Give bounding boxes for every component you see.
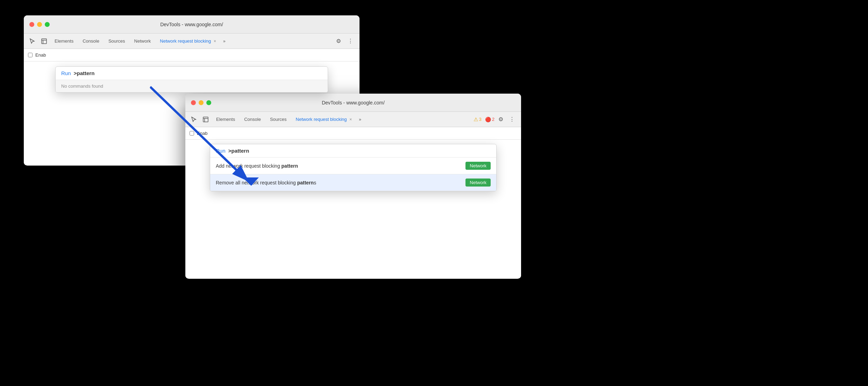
- cmd-result-suffix-2: s: [314, 180, 316, 185]
- tab-sources-2[interactable]: Sources: [266, 115, 291, 124]
- enable-row-2: Enab: [185, 127, 521, 140]
- cursor-icon-2[interactable]: [188, 114, 199, 125]
- enable-label-1: Enab: [35, 52, 46, 58]
- cmd-result-bold-2: pattern: [297, 180, 314, 185]
- tab-network-request-blocking-1[interactable]: Network request blocking ×: [156, 36, 220, 46]
- run-label-1: Run: [61, 70, 71, 76]
- cmd-input-row-2[interactable]: Run >pattern: [210, 144, 496, 158]
- tab-settings-2: ⚠ 3 🔴 2 ⚙ ⋮: [472, 115, 518, 124]
- cmd-result-text-1: Add network request blocking pattern: [216, 163, 465, 169]
- window-title-2: DevTools - www.google.com/: [322, 100, 385, 105]
- titlebar-1: DevTools - www.google.com/: [24, 15, 360, 34]
- tab-network-1[interactable]: Network: [130, 36, 155, 46]
- tab-console-1[interactable]: Console: [78, 36, 104, 46]
- tab-bar-2: Elements Console Sources Network request…: [185, 112, 521, 127]
- cmd-palette-2: Run >pattern Add network request blockin…: [210, 144, 497, 191]
- tab-close-1[interactable]: ×: [214, 39, 216, 44]
- warn-icon: ⚠: [474, 116, 478, 123]
- cursor-icon-1[interactable]: [27, 36, 38, 47]
- network-badge-1: Network: [465, 162, 491, 170]
- tab-network-request-blocking-2[interactable]: Network request blocking ×: [292, 115, 356, 124]
- enable-checkbox-1[interactable]: [28, 53, 33, 57]
- tab-sources-1[interactable]: Sources: [104, 36, 129, 46]
- cmd-result-bold-1: pattern: [282, 163, 298, 169]
- enable-label-2: Enab: [197, 131, 207, 136]
- cmd-input-row-1[interactable]: Run >pattern: [56, 67, 328, 80]
- close-button-1[interactable]: [29, 22, 34, 27]
- warn-badge: ⚠ 3: [474, 116, 482, 123]
- cmd-result-normal-1: Add network request blocking: [216, 163, 282, 169]
- err-count: 2: [492, 117, 495, 122]
- minimize-button-2[interactable]: [199, 100, 204, 105]
- svg-rect-0: [42, 39, 47, 44]
- minimize-button-1[interactable]: [37, 22, 42, 27]
- traffic-lights-1: [29, 22, 50, 27]
- enable-row-1: Enab: [24, 49, 360, 61]
- cmd-result-text-2: Remove all network request blocking patt…: [216, 180, 465, 185]
- close-button-2[interactable]: [191, 100, 196, 105]
- more-icon-1[interactable]: ⋮: [346, 36, 355, 46]
- tab-elements-2[interactable]: Elements: [212, 115, 239, 124]
- tab-close-2[interactable]: ×: [349, 117, 352, 122]
- run-label-2: Run: [216, 148, 226, 154]
- tab-console-2[interactable]: Console: [240, 115, 265, 124]
- gear-icon-2[interactable]: ⚙: [496, 115, 506, 124]
- more-icon-2[interactable]: ⋮: [507, 115, 517, 124]
- inspect-icon-1[interactable]: [38, 36, 50, 47]
- tab-bar-1: Elements Console Sources Network Network…: [24, 34, 360, 49]
- cmd-result-2[interactable]: Remove all network request blocking patt…: [210, 174, 496, 191]
- traffic-lights-2: [191, 100, 211, 105]
- maximize-button-2[interactable]: [206, 100, 211, 105]
- inspect-icon-2[interactable]: [200, 114, 211, 125]
- cmd-result-normal-2: Remove all network request blocking: [216, 180, 297, 185]
- svg-rect-5: [203, 117, 208, 122]
- window-title-1: DevTools - www.google.com/: [160, 22, 223, 27]
- cmd-palette-1: Run >pattern No commands found: [55, 66, 328, 93]
- tab-settings-1: ⚙ ⋮: [332, 36, 357, 46]
- cmd-prompt-2: >pattern: [228, 148, 249, 154]
- cmd-no-results-1: No commands found: [56, 80, 328, 92]
- tab-more-1[interactable]: »: [221, 37, 228, 45]
- content-area-2: Enab Run >pattern Add network request bl…: [185, 127, 521, 278]
- devtools-window-2: DevTools - www.google.com/ Elements Cons…: [185, 94, 521, 279]
- network-badge-2: Network: [465, 179, 491, 187]
- warn-count: 3: [479, 117, 482, 122]
- maximize-button-1[interactable]: [45, 22, 50, 27]
- err-badge: 🔴 2: [485, 117, 495, 122]
- titlebar-2: DevTools - www.google.com/: [185, 94, 521, 112]
- tab-more-2[interactable]: »: [357, 116, 363, 123]
- gear-icon-1[interactable]: ⚙: [334, 36, 343, 46]
- err-icon: 🔴: [485, 117, 491, 122]
- cmd-prompt-1: >pattern: [74, 70, 95, 76]
- cmd-result-1[interactable]: Add network request blocking pattern Net…: [210, 158, 496, 174]
- tab-elements-1[interactable]: Elements: [50, 36, 78, 46]
- enable-checkbox-2[interactable]: [190, 131, 194, 136]
